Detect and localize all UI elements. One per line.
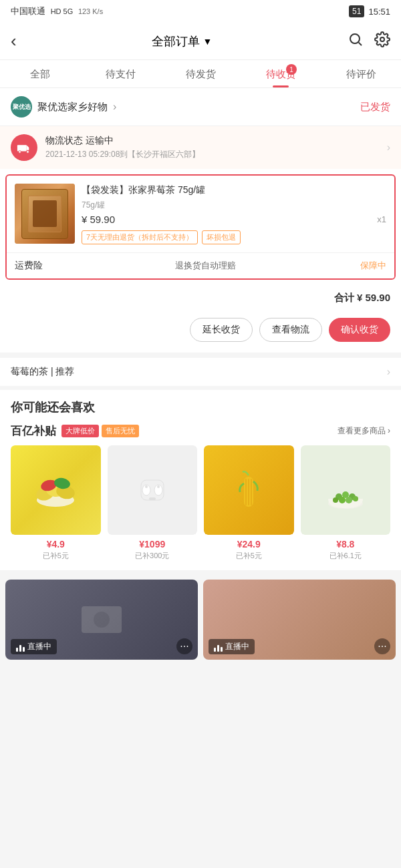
svg-rect-6 [17,145,27,150]
extend-delivery-button[interactable]: 延长收货 [190,318,253,342]
tab-pending-pay[interactable]: 待支付 [80,60,160,87]
store-header: 聚优选 聚优选家乡好物 › 已发货 [0,88,401,126]
header: ‹ 全部订单 ▼ [0,23,401,60]
live-badge-1: 直播中 [11,639,57,654]
search-icon[interactable] [348,31,364,51]
svg-rect-18 [149,497,156,500]
network-text: HD 5G [51,7,74,15]
grid-product-corn-image [204,445,294,535]
recommendation-header[interactable]: 莓莓的茶 | 推荐 › [0,358,401,386]
store-info[interactable]: 聚优选 聚优选家乡好物 › [11,96,116,118]
live-bar-icon-1 [16,642,25,652]
product-details: 【袋发装】张家界莓茶 75g/罐 75g/罐 ¥ 59.90 x1 7天无理由退… [82,184,386,244]
live-section: 直播中 ··· 直播中 ··· [0,574,401,665]
live-more-btn-1[interactable]: ··· [176,638,192,654]
subsidy-header: 百亿补贴 大牌低价 售后无忧 查看更多商品 › [11,423,390,439]
time-display: 15:51 [368,7,390,17]
tab-pending-ship[interactable]: 待发货 [160,60,241,87]
header-icons [348,31,390,51]
logistics-title: 物流状态 运输中 [45,135,379,147]
grid-subsidy-corn: 已补5元 [204,551,294,561]
you-may-like-section: 你可能还会喜欢 百亿补贴 大牌低价 售后无忧 查看更多商品 › [0,390,401,571]
subsidy-title: 百亿补贴 [11,423,56,439]
store-card: 聚优选 聚优选家乡好物 › 已发货 物流状态 运输中 2021-12- [0,88,401,353]
tabs-bar: 全部 待支付 待发货 待收货 1 待评价 [0,60,401,88]
tab-all[interactable]: 全部 [0,60,80,87]
store-shipped-status: 已发货 [360,101,390,114]
carrier-text: 中国联通 [11,6,45,16]
product-image [15,184,75,244]
tab-badge: 1 [286,64,297,75]
grid-subsidy-peas: 已补6.1元 [301,551,391,561]
settings-icon[interactable] [374,31,390,51]
carrier-info: 中国联通 HD 5G 123 K/s [11,5,103,17]
back-button[interactable]: ‹ [11,31,17,51]
store-name: 聚优选家乡好物 [37,101,108,114]
product-price: ¥ 59.90 [82,214,115,225]
live-badge-2: 直播中 [209,639,255,654]
tab-pending-receive[interactable]: 待收货 1 [241,60,321,87]
live-more-btn-2[interactable]: ··· [374,638,390,654]
svg-rect-20 [245,479,247,505]
you-may-like-title: 你可能还会喜欢 [11,399,390,415]
store-arrow: › [113,101,116,113]
product-spec: 75g/罐 [82,200,386,211]
grid-price-chips: ¥4.9 [11,539,101,550]
header-title-text: 全部订单 [152,33,200,49]
product-tags: 7天无理由退货（拆封后不支持） 坏损包退 [82,230,386,244]
total-amount: 合计 ¥ 59.90 [334,292,390,304]
view-more-link[interactable]: 查看更多商品 › [338,425,390,437]
svg-point-32 [94,612,110,628]
product-tag-return: 7天无理由退货（拆封后不支持） [82,230,198,244]
live-card-2[interactable]: 直播中 ··· [203,580,396,660]
shipping-label: 运费险 [15,260,43,272]
battery-icon: 51 [349,5,364,17]
total-row: 合计 ¥ 59.90 [0,285,401,311]
product-tag-damage: 坏损包退 [202,230,241,244]
shipping-desc: 退换货自动理赔 [175,260,236,272]
header-title-arrow: ▼ [203,36,212,47]
grid-product-airpods-image [108,445,198,535]
product-card: 【袋发装】张家界莓茶 75g/罐 75g/罐 ¥ 59.90 x1 7天无理由退… [5,174,396,280]
svg-point-15 [145,485,148,488]
logistics-icon [11,134,37,161]
grid-product-airpods[interactable]: ¥1099 已补300元 [108,445,198,562]
grid-product-chips-image [11,445,101,535]
product-item: 【袋发装】张家界莓茶 75g/罐 75g/罐 ¥ 59.90 x1 7天无理由退… [7,176,394,252]
logistics-time: 2021-12-13 05:29:08到【长沙开福区六部】 [45,149,379,160]
status-bar: 中国联通 HD 5G 123 K/s 51 15:51 [0,0,401,23]
confirm-receive-button[interactable]: 确认收货 [329,318,390,342]
status-right: 51 15:51 [349,5,390,17]
shipping-insurance-row: 运费险 退换货自动理赔 保障中 [7,252,394,278]
product-price-row: ¥ 59.90 x1 [82,214,386,225]
speed-text: 123 K/s [78,7,103,15]
grid-price-corn: ¥24.9 [204,539,294,550]
logistics-row[interactable]: 物流状态 运输中 2021-12-13 05:29:08到【长沙开福区六部】 › [0,126,401,169]
grid-product-corn[interactable]: ¥24.9 已补5元 [204,445,294,562]
badge-after-service: 售后无忧 [102,425,139,437]
grid-product-chips[interactable]: ¥4.9 已补5元 [11,445,101,562]
shipping-status: 保障中 [360,260,386,272]
svg-rect-22 [251,479,252,505]
grid-product-peas[interactable]: ¥8.8 已补6.1元 [301,445,391,562]
header-title-area: 全部订单 ▼ [152,33,212,49]
view-logistics-button[interactable]: 查看物流 [259,318,322,342]
badge-big-brand: 大牌低价 [61,425,99,437]
svg-point-17 [157,485,160,488]
logistics-text: 物流状态 运输中 2021-12-13 05:29:08到【长沙开福区六部】 [45,135,379,160]
grid-price-airpods: ¥1099 [108,539,198,550]
grid-subsidy-chips: 已补5元 [11,551,101,561]
svg-rect-21 [248,479,249,505]
svg-line-1 [359,42,362,45]
svg-point-4 [19,151,21,154]
page-content: 聚优选 聚优选家乡好物 › 已发货 物流状态 运输中 2021-12- [0,88,401,665]
tab-pending-review[interactable]: 待评价 [321,60,401,87]
subsidy-badges: 大牌低价 售后无忧 [61,425,139,437]
grid-price-peas: ¥8.8 [301,539,391,550]
product-name: 【袋发装】张家界莓茶 75g/罐 [82,184,386,197]
svg-point-28 [346,497,352,503]
svg-point-29 [333,497,338,503]
grid-product-peas-image [301,445,391,535]
svg-point-0 [350,34,360,43]
live-card-1[interactable]: 直播中 ··· [5,580,198,660]
